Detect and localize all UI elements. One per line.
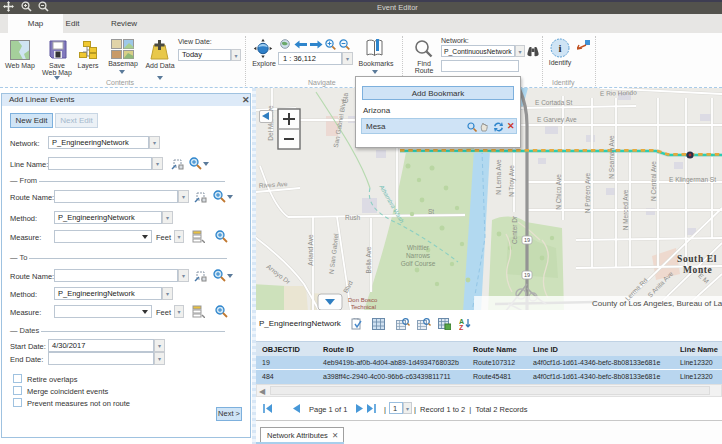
svg-text:Ariand Ave: Ariand Ave bbox=[307, 234, 314, 266]
svg-text:Z: Z bbox=[459, 324, 464, 330]
svg-text:Golf Course: Golf Course bbox=[401, 260, 436, 267]
svg-text:19: 19 bbox=[524, 272, 530, 278]
svg-text:E Cortada St: E Cortada St bbox=[535, 99, 572, 106]
svg-text:E Rio Hondo: E Rio Hondo bbox=[600, 89, 637, 97]
svg-text:Bella Ave: Bella Ave bbox=[365, 246, 372, 273]
svg-text:i: i bbox=[558, 42, 561, 54]
svg-text:Don Bosco: Don Bosco bbox=[348, 297, 378, 303]
svg-text:Center Dr: Center Dr bbox=[511, 215, 518, 244]
svg-text:19: 19 bbox=[524, 237, 530, 243]
svg-text:N Lema Ave: N Lema Ave bbox=[495, 159, 502, 195]
svg-text:Narrows: Narrows bbox=[406, 252, 431, 259]
svg-text:N Chico Ave: N Chico Ave bbox=[555, 174, 562, 210]
svg-text:South El: South El bbox=[677, 254, 717, 264]
svg-text:Whittier: Whittier bbox=[407, 244, 430, 251]
svg-text:N Potrero Ave: N Potrero Ave bbox=[584, 172, 591, 213]
svg-text:N Merced Ave: N Merced Ave bbox=[622, 189, 629, 230]
svg-text:E Klingerman St: E Klingerman St bbox=[669, 176, 716, 184]
svg-text:Rush: Rush bbox=[345, 214, 361, 221]
svg-text:Monte: Monte bbox=[683, 265, 712, 275]
svg-text:County of Los Angeles, Bureau: County of Los Angeles, Bureau of La bbox=[592, 299, 722, 308]
svg-text:N Troy Ave: N Troy Ave bbox=[508, 165, 516, 197]
svg-text:Gla: Gla bbox=[342, 93, 349, 104]
svg-text:N Seaman Ave: N Seaman Ave bbox=[608, 135, 615, 179]
svg-text:E Garvey Ave: E Garvey Ave bbox=[537, 116, 577, 124]
svg-text:N Central Ave: N Central Ave bbox=[650, 161, 657, 201]
svg-text:St: St bbox=[428, 208, 434, 215]
